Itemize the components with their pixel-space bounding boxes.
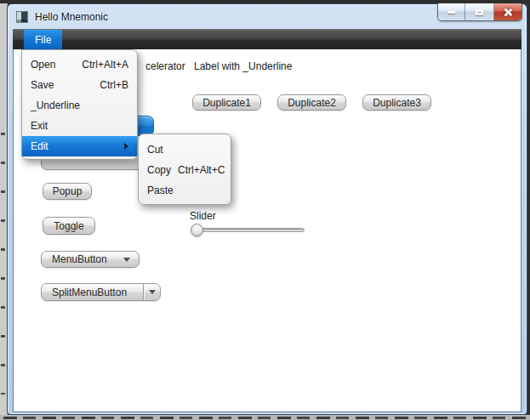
close-icon	[504, 8, 513, 17]
minimize-button[interactable]	[438, 3, 465, 20]
menu-item-label: Cut	[147, 144, 163, 156]
menu-item-accelerator: Ctrl+Alt+A	[70, 59, 128, 71]
submenu-arrow-icon	[124, 143, 128, 150]
menu-item-label: Copy	[147, 164, 171, 176]
menu-item-label: _Underline	[31, 99, 80, 111]
minimize-icon	[447, 11, 455, 14]
menu-item-exit[interactable]: Exit	[22, 116, 137, 136]
label-with-underline: Label with _Underline	[194, 60, 292, 72]
duplicate2-button[interactable]: Duplicate2	[277, 94, 346, 111]
menu-item-label: Open	[31, 59, 55, 71]
maximize-button[interactable]	[465, 3, 494, 20]
toggle-button[interactable]: Toggle	[43, 217, 95, 235]
menu-button[interactable]: MenuButton	[41, 251, 140, 268]
menu-item-label: Save	[31, 79, 54, 91]
menubar-item-file[interactable]: File	[24, 30, 62, 49]
split-menu-button-label: SplitMenuButton	[52, 287, 127, 298]
duplicate3-button[interactable]: Duplicate3	[362, 94, 431, 111]
window-title: Hello Mnemonic	[35, 11, 108, 23]
menu-item-copy[interactable]: Copy Ctrl+Alt+C	[139, 160, 231, 180]
app-window: Hello Mnemonic File celerator Label with…	[7, 3, 527, 415]
close-button[interactable]	[494, 3, 521, 20]
chevron-down-icon	[123, 258, 130, 262]
menu-item-accelerator: Ctrl+B	[88, 79, 128, 91]
split-menu-button-arrow-section[interactable]	[143, 284, 160, 300]
menu-item-label: Exit	[31, 120, 48, 132]
menu-item-open[interactable]: Open Ctrl+Alt+A	[22, 54, 137, 75]
background-bottom-strip	[0, 415, 530, 420]
edit-submenu: Cut Copy Ctrl+Alt+C Paste	[138, 133, 231, 205]
chevron-down-icon	[149, 290, 156, 294]
split-menu-button[interactable]: SplitMenuButton	[41, 283, 161, 301]
caption-button-group	[437, 3, 522, 21]
menu-item-label: Paste	[147, 184, 174, 196]
label-with-accelerator: celerator	[145, 60, 185, 72]
slider-track[interactable]	[191, 228, 305, 232]
menu-item-edit[interactable]: Edit	[22, 136, 137, 156]
menu-item-accelerator: Ctrl+Alt+C	[178, 164, 225, 176]
maximize-icon	[476, 9, 483, 15]
popup-button[interactable]: Popup	[43, 183, 92, 200]
application-icon	[16, 11, 28, 23]
slider-thumb[interactable]	[191, 224, 203, 236]
duplicate1-button[interactable]: Duplicate1	[192, 94, 261, 111]
menu-item-underline[interactable]: _Underline	[22, 95, 137, 116]
menu-item-label: Edit	[31, 140, 48, 152]
menu-item-save[interactable]: Save Ctrl+B	[22, 75, 137, 95]
slider-label: Slider	[190, 210, 216, 222]
menubar: File	[13, 29, 521, 49]
menu-button-label: MenuButton	[52, 253, 107, 265]
menu-item-paste[interactable]: Paste	[139, 180, 231, 201]
menu-item-cut[interactable]: Cut	[139, 139, 231, 160]
file-menu: Open Ctrl+Alt+A Save Ctrl+B _Underline E…	[21, 49, 138, 160]
